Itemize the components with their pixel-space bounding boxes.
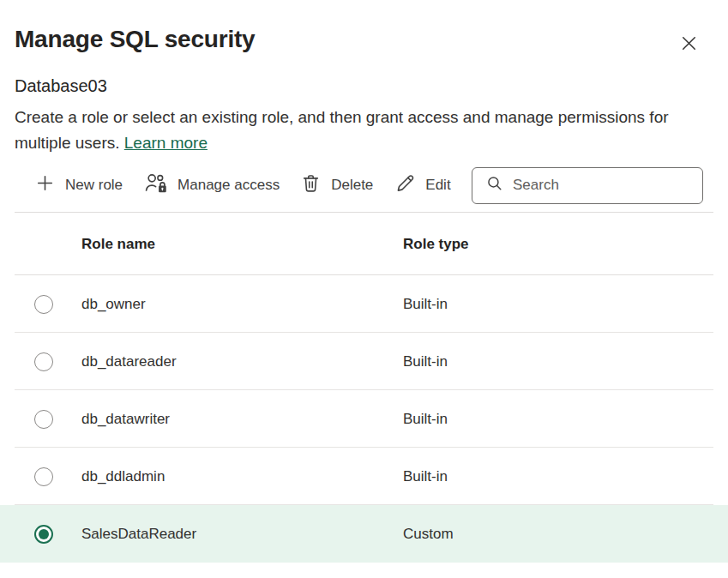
edit-label: Edit — [425, 177, 450, 194]
new-role-button[interactable]: New role — [15, 166, 133, 204]
column-header-role-type: Role type — [403, 236, 728, 253]
delete-label: Delete — [331, 177, 373, 194]
role-radio[interactable] — [34, 525, 53, 544]
column-header-role-name: Role name — [81, 236, 403, 253]
table-row[interactable]: db_owner Built-in — [0, 275, 728, 333]
manage-access-button[interactable]: Manage access — [133, 166, 290, 204]
role-radio[interactable] — [34, 467, 53, 486]
new-role-label: New role — [65, 177, 123, 194]
table-row[interactable]: db_datareader Built-in — [0, 333, 728, 390]
dialog-header: Manage SQL security — [0, 0, 728, 57]
dialog-title: Manage SQL security — [15, 26, 255, 53]
search-input[interactable] — [513, 177, 702, 194]
roles-table: Role name Role type db_owner Built-in db… — [0, 213, 728, 563]
description-text: Create a role or select an existing role… — [15, 108, 669, 152]
radio-dot — [39, 357, 49, 367]
trash-icon — [300, 172, 322, 198]
plus-icon — [34, 172, 56, 198]
role-type-cell: Built-in — [403, 411, 728, 428]
table-body: db_owner Built-in db_datareader Built-in… — [0, 275, 728, 563]
role-type-cell: Built-in — [403, 468, 728, 485]
role-name-cell: SalesDataReader — [81, 526, 403, 543]
search-box[interactable] — [472, 167, 703, 204]
database-name: Database03 — [0, 57, 728, 96]
delete-button[interactable]: Delete — [290, 166, 383, 204]
table-row[interactable]: db_datawriter Built-in — [0, 390, 728, 448]
search-icon — [485, 174, 504, 196]
radio-dot — [39, 414, 49, 424]
table-header-row: Role name Role type — [0, 213, 728, 275]
toolbar: New role Manage access — [15, 166, 713, 204]
radio-dot — [39, 472, 49, 482]
manage-access-label: Manage access — [177, 177, 280, 194]
role-type-cell: Built-in — [403, 353, 728, 370]
table-row[interactable]: SalesDataReader Custom — [0, 505, 728, 563]
dialog-description: Create a role or select an existing role… — [0, 96, 713, 156]
role-radio[interactable] — [34, 410, 53, 429]
role-radio[interactable] — [34, 352, 53, 371]
radio-dot — [39, 299, 49, 310]
close-icon — [678, 44, 700, 57]
role-type-cell: Custom — [403, 526, 728, 543]
radio-dot — [39, 529, 49, 539]
close-button[interactable] — [675, 29, 703, 57]
edit-button[interactable]: Edit — [383, 166, 460, 204]
table-row[interactable]: db_ddladmin Built-in — [0, 448, 728, 505]
role-radio[interactable] — [34, 295, 53, 314]
role-name-cell: db_datareader — [81, 353, 403, 370]
people-lock-icon — [143, 172, 168, 199]
pencil-icon — [394, 172, 416, 199]
role-name-cell: db_owner — [81, 296, 403, 313]
learn-more-link[interactable]: Learn more — [124, 134, 208, 152]
role-name-cell: db_ddladmin — [81, 468, 403, 485]
role-type-cell: Built-in — [403, 296, 728, 313]
role-name-cell: db_datawriter — [81, 411, 403, 428]
manage-sql-security-dialog: Manage SQL security Database03 Create a … — [0, 0, 728, 578]
